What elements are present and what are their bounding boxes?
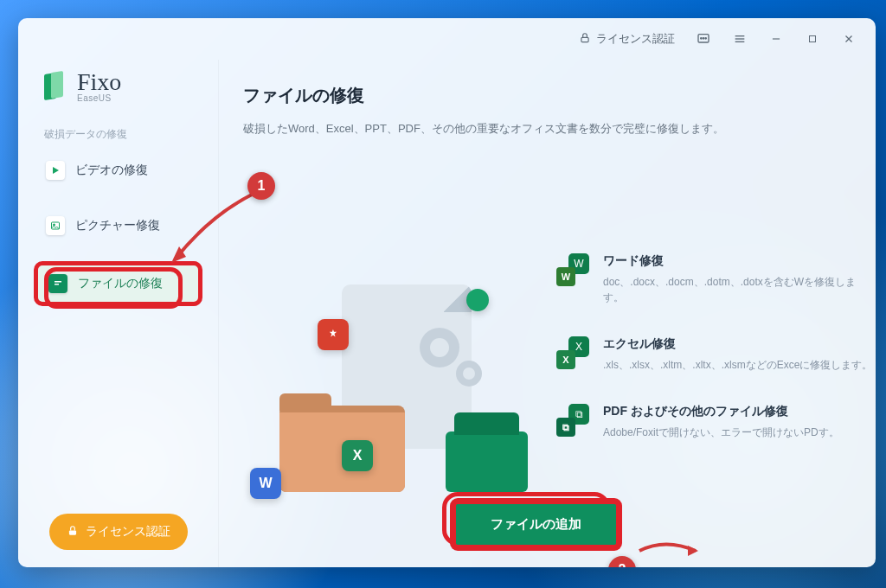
feature-desc: .xls、.xlsx、.xltm、.xltx、.xlsmなどのExceに修復しま… [603,357,872,373]
illustration: X W [238,267,549,518]
excel-chip-icon: X [342,440,373,471]
play-icon [46,161,65,180]
dot-chip-icon [466,289,489,311]
svg-point-14 [54,224,55,226]
svg-rect-0 [581,37,588,42]
sidebar-item-label: ビデオの修復 [75,163,148,178]
maximize-button[interactable] [798,26,827,52]
titlebar-license-button[interactable]: ライセンス認証 [572,28,682,50]
add-file-button[interactable]: ファイルの追加 [453,501,620,548]
brand-icon [44,72,68,101]
feature-desc: Adobe/Foxitで開けない、エラーで開けないPDす。 [603,425,839,440]
brand-name: Fixo [77,70,121,94]
annotation-arrow-2 [631,534,700,567]
svg-rect-17 [68,530,75,534]
menu-button[interactable] [725,26,754,52]
close-button[interactable] [834,26,864,52]
sidebar: Fixo EaseUS 破損データの修復 ビデオの修復 ピクチャー修復 [18,60,219,567]
svg-point-4 [705,38,706,39]
page-description: 破損したWord、Excel、PPT、PDF、その他の重要なオフィス文書を数分で… [243,121,876,137]
sidebar-license-label: ライセンス認証 [86,524,170,540]
lock-icon [579,32,591,47]
sidebar-item-file[interactable]: ファイルの修復 [35,263,201,304]
word-chip-icon: W [250,468,281,499]
sidebar-item-label: ファイルの修復 [78,276,163,291]
feature-excel: XX エクセル修復 .xls、.xlsx、.xltm、.xltx、.xlsmなど… [556,336,876,373]
svg-rect-15 [55,281,61,283]
page-title: ファイルの修復 [243,84,876,107]
feedback-button[interactable] [689,26,718,52]
main-panel: ファイルの修復 破損したWord、Excel、PPT、PDF、その他の重要なオフ… [219,60,876,567]
brand: Fixo EaseUS [35,70,201,103]
svg-marker-12 [53,167,59,174]
svg-rect-16 [55,284,59,285]
app-window: ライセンス認証 Fixo EaseUS 破損データの修復 [18,18,876,567]
titlebar: ライセンス認証 [18,18,876,60]
pdf-icon: ⧉⧉ [556,404,589,437]
feature-title: エクセル修復 [603,336,872,352]
sidebar-nav: ビデオの修復 ピクチャー修復 ファイルの修復 [35,152,201,304]
pdf-chip-icon [318,319,349,350]
feature-word: WW ワード修復 doc、.docx、.docm、.dotm、.dotxを含むW… [556,253,876,305]
feature-title: PDF およびその他のファイル修復 [603,404,839,419]
feature-title: ワード修復 [603,253,876,269]
svg-marker-18 [688,546,698,556]
annotation-callout-1: 1 [247,172,275,200]
svg-point-2 [701,38,702,39]
image-icon [46,216,65,235]
feature-list: WW ワード修復 doc、.docx、.docm、.dotm、.dotxを含むW… [556,253,876,440]
svg-point-3 [703,38,703,39]
sidebar-license-button[interactable]: ライセンス認証 [49,514,188,550]
word-icon: WW [556,253,589,286]
svg-rect-9 [810,36,816,42]
sidebar-item-video[interactable]: ビデオの修復 [35,152,201,189]
excel-icon: XX [556,336,589,369]
minimize-button[interactable] [761,26,791,52]
sidebar-section-label: 破損データの修復 [44,127,201,142]
sidebar-item-picture[interactable]: ピクチャー修復 [35,208,201,244]
file-icon [48,274,67,293]
sidebar-item-label: ピクチャー修復 [75,218,160,233]
brand-sub: EaseUS [77,94,121,103]
feature-pdf: ⧉⧉ PDF およびその他のファイル修復 Adobe/Foxitで開けない、エラ… [556,404,876,440]
feature-desc: doc、.docx、.docm、.dotm、.dotxを含むWを修復します。 [603,274,876,305]
annotation-callout-2: 2 [608,556,636,567]
lock-icon [67,525,79,540]
titlebar-license-label: ライセンス認証 [596,31,675,47]
